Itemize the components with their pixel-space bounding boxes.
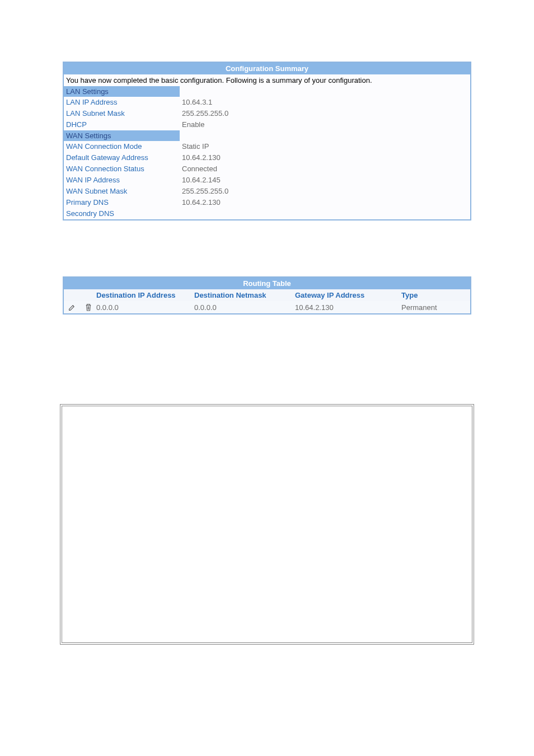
value-wan-subnet: 255.255.255.0 — [182, 186, 228, 197]
config-summary-intro: You have now completed the basic configu… — [64, 74, 470, 86]
row-default-gw: Default Gateway Address 10.64.2.130 — [64, 152, 470, 163]
value-lan-ip: 10.64.3.1 — [182, 97, 212, 108]
header-dest-ip: Destination IP Address — [96, 291, 194, 299]
value-wan-status: Connected — [182, 163, 217, 175]
value-wan-mode: Static IP — [182, 141, 209, 152]
label-primary-dns: Primary DNS — [66, 197, 182, 208]
row-primary-dns: Primary DNS 10.64.2.130 — [64, 197, 470, 208]
blank-framed-box — [60, 404, 474, 645]
header-type: Type — [401, 291, 457, 299]
value-dhcp: Enable — [182, 119, 204, 130]
value-default-gw: 10.64.2.130 — [182, 152, 221, 163]
routing-header-row: Destination IP Address Destination Netma… — [64, 289, 470, 301]
cell-dest-ip: 0.0.0.0 — [96, 303, 194, 312]
lan-section-header: LAN Settings — [64, 86, 180, 97]
header-gateway-ip: Gateway IP Address — [295, 291, 401, 299]
label-dhcp: DHCP — [66, 119, 182, 130]
row-wan-status: WAN Connection Status Connected — [64, 163, 470, 175]
row-wan-ip: WAN IP Address 10.64.2.145 — [64, 175, 470, 186]
label-wan-subnet: WAN Subnet Mask — [66, 186, 182, 197]
config-summary-panel: Configuration Summary You have now compl… — [63, 62, 471, 220]
value-lan-subnet: 255.255.255.0 — [182, 108, 228, 119]
row-wan-mode: WAN Connection Mode Static IP — [64, 141, 470, 152]
row-lan-subnet: LAN Subnet Mask 255.255.255.0 — [64, 108, 470, 119]
label-default-gw: Default Gateway Address — [66, 152, 182, 163]
cell-type: Permanent — [401, 303, 457, 312]
value-wan-ip: 10.64.2.145 — [182, 175, 221, 186]
table-row: 0.0.0.0 0.0.0.0 10.64.2.130 Permanent — [64, 301, 470, 313]
routing-table-title: Routing Table — [64, 278, 470, 289]
label-lan-ip: LAN IP Address — [66, 97, 182, 108]
label-wan-mode: WAN Connection Mode — [66, 141, 182, 152]
row-lan-ip: LAN IP Address 10.64.3.1 — [64, 97, 470, 108]
row-dhcp: DHCP Enable — [64, 119, 470, 130]
value-primary-dns: 10.64.2.130 — [182, 197, 221, 208]
edit-icon[interactable] — [66, 303, 77, 312]
wan-section-header: WAN Settings — [64, 130, 180, 141]
cell-dest-netmask: 0.0.0.0 — [194, 303, 295, 312]
row-secondary-dns: Secondry DNS — [64, 208, 470, 219]
row-wan-subnet: WAN Subnet Mask 255.255.255.0 — [64, 186, 470, 197]
routing-table-panel: Routing Table Destination IP Address Des… — [63, 276, 471, 314]
cell-gateway-ip: 10.64.2.130 — [295, 303, 401, 312]
label-lan-subnet: LAN Subnet Mask — [66, 108, 182, 119]
label-wan-status: WAN Connection Status — [66, 163, 182, 175]
label-wan-ip: WAN IP Address — [66, 175, 182, 186]
header-dest-netmask: Destination Netmask — [194, 291, 295, 299]
label-secondary-dns: Secondry DNS — [66, 208, 182, 219]
config-summary-title: Configuration Summary — [64, 63, 470, 74]
delete-icon[interactable] — [83, 303, 94, 312]
